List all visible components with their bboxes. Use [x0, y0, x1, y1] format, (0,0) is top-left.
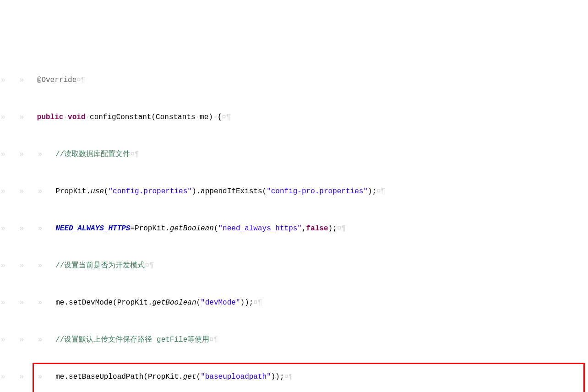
comment: //设置默认上传文件保存路径 getFile等使用 [55, 334, 209, 346]
keyword: void [68, 111, 85, 124]
comment: //读取数据库配置文件 [55, 148, 130, 161]
code-editor-area[interactable]: » » @Override¤¶ » » public·void·configCo… [0, 49, 588, 392]
constant: NEED_ALWAYS_HTTPS [55, 223, 130, 235]
param: me [200, 111, 208, 124]
code-line[interactable]: » » public·void·configConstant(Constants… [0, 111, 588, 124]
code-line[interactable]: » » » NEED_ALWAYS_HTTPS=PropKit.getBoole… [0, 223, 588, 235]
code-line[interactable]: » » » //设置默认上传文件保存路径 getFile等使用¤¶ [0, 334, 588, 346]
code-line[interactable]: » » » PropKit.use("config.properties").a… [0, 185, 588, 198]
code-line[interactable]: » » » me.setDevMode(PropKit.getBoolean("… [0, 297, 588, 309]
annotation: @Override [37, 74, 76, 87]
indent: » » » [0, 148, 55, 161]
indent: » » [0, 111, 37, 124]
comment: //设置当前是否为开发模式 [55, 260, 145, 272]
type: Constants [156, 111, 195, 124]
indent: » » [0, 74, 37, 87]
code-line[interactable]: » » » //设置当前是否为开发模式¤¶ [0, 260, 588, 272]
method-decl: configConstant [90, 111, 151, 124]
code-line[interactable]: » » » //读取数据库配置文件¤¶ [0, 148, 588, 161]
keyword: public [37, 111, 64, 124]
code-line[interactable]: » » @Override¤¶ [0, 74, 588, 87]
line-end: ¤¶ [76, 74, 85, 87]
code-line[interactable]: » » » me.setBaseUploadPath(PropKit.get("… [0, 371, 588, 383]
